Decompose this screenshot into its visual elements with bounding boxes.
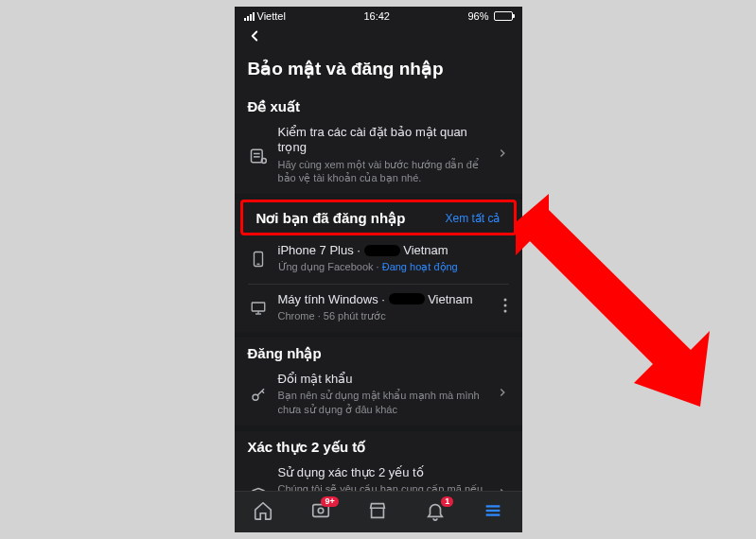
phone-screen: Viettel 16:42 96% Bảo mật và đăng nhập Đ… [235, 7, 522, 532]
session-meta: Chrome · 56 phút trước [278, 309, 492, 322]
section-recommended-title: Đề xuất [235, 91, 522, 117]
session-row-iphone[interactable]: iPhone 7 Plus · Vietnam Ứng dụng Faceboo… [235, 235, 522, 284]
chevron-left-icon [246, 27, 263, 44]
page-title: Bảo mật và đăng nhập [235, 48, 522, 91]
svg-line-14 [261, 391, 263, 392]
chevron-right-icon [496, 147, 509, 164]
bottom-nav: 9+ 1 [235, 491, 522, 532]
back-button[interactable] [235, 24, 522, 48]
session-title: iPhone 7 Plus · Vietnam [278, 243, 509, 258]
svg-point-9 [503, 298, 506, 301]
svg-point-10 [503, 304, 506, 306]
nav-marketplace[interactable] [367, 500, 388, 525]
highlight-annotation: Nơi bạn đã đăng nhập Xem tất cả [240, 200, 517, 235]
session-title: Máy tính Windows · Vietnam [278, 292, 492, 307]
signal-icon [244, 12, 255, 21]
nav-notifications[interactable]: 1 [425, 500, 446, 525]
session-row-windows[interactable]: Máy tính Windows · Vietnam Chrome · 56 p… [235, 285, 522, 333]
change-password-title: Đổi mật khẩu [278, 372, 486, 387]
desktop-icon [248, 298, 269, 317]
chevron-right-icon [496, 386, 509, 403]
svg-marker-20 [516, 194, 710, 407]
change-password-row[interactable]: Đổi mật khẩu Bạn nên sử dụng mật khẩu mạ… [235, 364, 522, 426]
battery-icon [494, 11, 513, 21]
carrier-label: Viettel [257, 10, 286, 22]
status-bar: Viettel 16:42 96% [235, 7, 522, 24]
nav-badge: 1 [441, 496, 453, 507]
svg-rect-0 [251, 149, 262, 162]
logged-in-heading: Nơi bạn đã đăng nhập [256, 210, 406, 227]
svg-point-12 [253, 394, 258, 400]
phone-icon [248, 249, 269, 268]
svg-point-11 [503, 309, 506, 312]
nav-badge: 9+ [321, 496, 338, 507]
section-login-title: Đăng nhập [235, 338, 522, 364]
security-checkup-sub: Hãy cùng xem một vài bước hướng dẫn để b… [278, 158, 486, 185]
svg-rect-6 [252, 303, 265, 311]
checklist-icon [248, 145, 269, 165]
battery-pct: 96% [467, 10, 488, 22]
section-2fa-title: Xác thực 2 yếu tố [235, 431, 522, 458]
redacted-text [389, 293, 425, 304]
arrow-annotation [492, 161, 738, 492]
security-checkup-title: Kiểm tra các cài đặt bảo mật quan trọng [278, 125, 486, 156]
session-meta: Ứng dụng Facebook · Đang hoạt động [278, 260, 509, 273]
key-icon [248, 385, 269, 404]
see-all-link[interactable]: Xem tất cả [445, 212, 500, 225]
use-2fa-title: Sử dụng xác thực 2 yếu tố [278, 465, 486, 480]
nav-menu[interactable] [483, 500, 503, 525]
more-button[interactable] [501, 298, 509, 317]
security-checkup-row[interactable]: Kiểm tra các cài đặt bảo mật quan trọng … [235, 117, 522, 194]
change-password-sub: Bạn nên sử dụng mật khẩu mạnh mà mình ch… [278, 389, 486, 416]
nav-home[interactable] [253, 500, 273, 525]
nav-groups[interactable]: 9+ [310, 500, 331, 525]
svg-point-16 [318, 508, 324, 513]
redacted-text [364, 245, 400, 256]
clock: 16:42 [363, 10, 390, 22]
logged-in-header[interactable]: Nơi bạn đã đăng nhập Xem tất cả [243, 202, 514, 233]
